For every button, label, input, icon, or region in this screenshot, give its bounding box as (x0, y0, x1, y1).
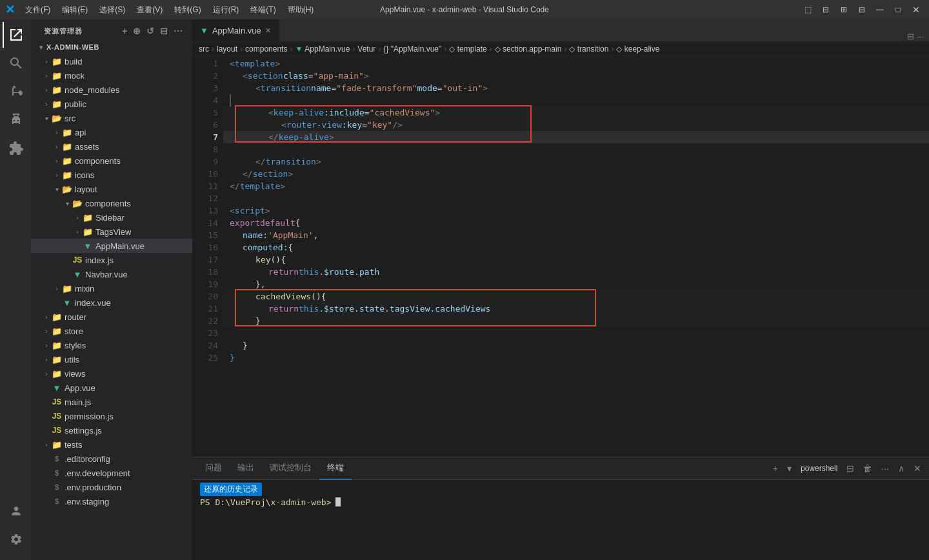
panel-content[interactable]: 还原的历史记录 PS D:\VueProj\x-admin-web> (192, 480, 929, 511)
layout-icon4[interactable]: ⊟ (854, 2, 870, 17)
tree-item-api[interactable]: › 📁 api (31, 125, 192, 139)
menu-file[interactable]: 文件(F) (20, 3, 55, 17)
restore-history-button[interactable]: 还原的历史记录 (200, 483, 262, 496)
bc-keep-alive[interactable]: ◇ keep-alive (616, 45, 659, 54)
new-file-icon[interactable]: + (121, 25, 129, 37)
tree-item-layout-components[interactable]: ▾ 📂 components (31, 196, 192, 210)
tree-item-icons[interactable]: › 📁 icons (31, 168, 192, 182)
refresh-icon[interactable]: ↺ (145, 25, 156, 37)
tab-appmain[interactable]: ▼ AppMain.vue ✕ (192, 19, 279, 41)
more-editor-icon[interactable]: ··· (917, 32, 924, 41)
tree-item-index-vue[interactable]: ▼ index.vue (31, 295, 192, 310)
tree-item-node-modules[interactable]: › 📁 node_modules (31, 83, 192, 97)
accounts-activity-icon[interactable] (3, 498, 28, 524)
tree-item-env-dev[interactable]: $ .env.development (31, 466, 192, 480)
new-folder-icon[interactable]: ⊕ (132, 25, 143, 37)
tree-item-build[interactable]: › 📁 build (31, 54, 192, 68)
layout-icon[interactable]: ⬚ (800, 2, 815, 17)
tree-item-app-vue[interactable]: ▼ App.vue (31, 381, 192, 395)
explorer-activity-icon[interactable] (3, 22, 28, 48)
search-activity-icon[interactable] (3, 50, 28, 76)
panel-tab-output[interactable]: 输出 (230, 457, 262, 480)
collapse-all-icon[interactable]: ⊟ (159, 25, 170, 37)
tree-item-index-js[interactable]: JS index.js (31, 253, 192, 267)
tree-item-views[interactable]: › 📁 views (31, 366, 192, 381)
bc-layout[interactable]: layout (217, 45, 237, 54)
add-terminal-icon[interactable]: + (770, 462, 781, 475)
bc-appmain-obj[interactable]: {} "AppMain.vue" (383, 45, 441, 54)
menu-run[interactable]: 运行(R) (208, 3, 245, 17)
tree-item-src[interactable]: ▾ 📂 src (31, 111, 192, 125)
close-button[interactable]: ✕ (908, 2, 924, 17)
sidebar-item-label: Sidebar (95, 213, 125, 223)
bc-section[interactable]: ◇ section.app-main (495, 45, 562, 54)
tree-item-main-js[interactable]: JS main.js (31, 395, 192, 409)
tree-item-appmain[interactable]: ▼ AppMain.vue (31, 239, 192, 253)
menu-terminal[interactable]: 终端(T) (245, 3, 281, 17)
panel-chevron-up-icon[interactable]: ∧ (895, 462, 907, 475)
tree-item-tests[interactable]: › 📁 tests (31, 437, 192, 452)
menu-goto[interactable]: 转到(G) (169, 3, 206, 17)
layout-components-folder-icon: 📂 (72, 199, 83, 208)
panel-tab-terminal[interactable]: 终端 (319, 457, 352, 480)
layout-components-arrow: ▾ (62, 200, 72, 207)
permission-js-label: permission.js (65, 412, 114, 421)
mixin-label: mixin (75, 284, 94, 294)
tree-item-tagsview[interactable]: › 📁 TagsView (31, 225, 192, 239)
split-editor-icon[interactable]: ⊟ (907, 32, 914, 41)
tree-item-mixin[interactable]: › 📁 mixin (31, 281, 192, 295)
editor-area: ▼ AppMain.vue ✕ ⊟ ··· src › layout › com… (192, 19, 929, 560)
tab-close-icon[interactable]: ✕ (265, 26, 271, 35)
tree-item-public[interactable]: › 📁 public (31, 97, 192, 111)
bc-src[interactable]: src (199, 45, 209, 54)
debug-activity-icon[interactable] (3, 107, 28, 133)
editorconfig-arrow (41, 455, 52, 463)
tree-item-env-staging[interactable]: $ .env.staging (31, 494, 192, 508)
menu-view[interactable]: 查看(V) (132, 3, 168, 17)
panel-more-icon[interactable]: ··· (879, 462, 892, 475)
menu-edit[interactable]: 编辑(E) (57, 3, 93, 17)
terminal-dropdown-icon[interactable]: ▾ (784, 462, 794, 475)
maximize-button[interactable]: □ (890, 2, 906, 17)
extensions-activity-icon[interactable] (3, 135, 28, 161)
vscode-logo: ✕ (5, 3, 15, 17)
code-area[interactable]: <template> <section class="app-main"> <t… (223, 56, 929, 457)
layout-icon3[interactable]: ⊞ (836, 2, 852, 17)
tree-root[interactable]: ▾ X-ADMIN-WEB (31, 40, 192, 54)
mixin-arrow: › (52, 285, 62, 292)
tree-item-utils[interactable]: › 📁 utils (31, 352, 192, 366)
panel-tab-problems[interactable]: 问题 (197, 457, 230, 480)
more-options-icon[interactable]: ··· (172, 25, 185, 37)
window-title: AppMain.vue - x-admin-web - Visual Studi… (380, 5, 549, 14)
tree-item-router[interactable]: › 📁 router (31, 310, 192, 324)
bc-vetur[interactable]: Vetur (357, 45, 375, 54)
tree-item-env-prod[interactable]: $ .env.production (31, 480, 192, 494)
bc-appmain[interactable]: ▼ AppMain.vue (295, 45, 350, 54)
tree-item-layout[interactable]: ▾ 📂 layout (31, 182, 192, 196)
tree-item-permission-js[interactable]: JS permission.js (31, 409, 192, 423)
tree-item-sidebar[interactable]: › 📁 Sidebar (31, 210, 192, 225)
code-line-18: return this.$route.path (223, 266, 929, 278)
tree-item-navbar[interactable]: ▼ Navbar.vue (31, 267, 192, 281)
source-control-activity-icon[interactable] (3, 79, 28, 105)
bc-template[interactable]: ◇ template (449, 45, 486, 54)
panel-close-icon[interactable]: ✕ (911, 462, 924, 475)
tab-label: AppMain.vue (212, 26, 261, 35)
minimize-button[interactable]: ─ (872, 2, 888, 17)
layout-panel-icon[interactable]: ⊟ (844, 462, 857, 475)
trash-icon[interactable]: 🗑 (861, 462, 875, 475)
tree-item-editorconfig[interactable]: $ .editorconfig (31, 452, 192, 466)
bc-transition[interactable]: ◇ transition (569, 45, 608, 54)
tree-item-settings-js[interactable]: JS settings.js (31, 423, 192, 437)
tree-item-components[interactable]: › 📁 components (31, 154, 192, 168)
tree-item-styles[interactable]: › 📁 styles (31, 338, 192, 352)
tree-item-mock[interactable]: › 📁 mock (31, 68, 192, 83)
bc-components[interactable]: components (245, 45, 287, 54)
menu-help[interactable]: 帮助(H) (283, 3, 319, 17)
panel-tab-debug[interactable]: 调试控制台 (262, 457, 319, 480)
layout-icon2[interactable]: ⊟ (818, 2, 834, 17)
settings-activity-icon[interactable] (3, 526, 28, 552)
menu-select[interactable]: 选择(S) (94, 3, 130, 17)
tree-item-assets[interactable]: › 📁 assets (31, 139, 192, 154)
tree-item-store[interactable]: › 📁 store (31, 324, 192, 338)
